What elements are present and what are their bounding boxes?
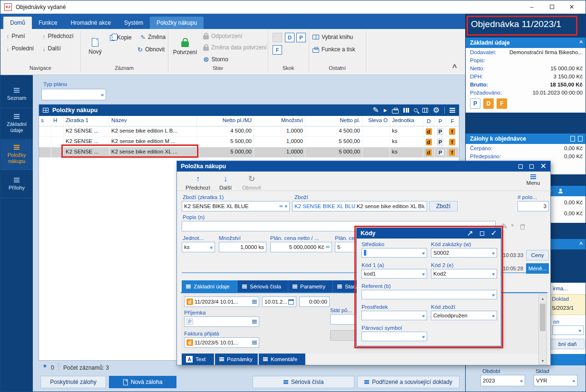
col-netto[interactable]: Netto pl.: [305, 116, 362, 126]
kody-titlebar[interactable]: Kódy: [357, 228, 501, 239]
faktura-field[interactable]: d 11/2023/5 10.01...: [184, 337, 259, 348]
jump-d-button[interactable]: D: [285, 33, 294, 42]
close-icon[interactable]: [540, 163, 547, 170]
tab-seriova-cisla[interactable]: Sériová čísla: [238, 280, 288, 292]
jednotka-combo[interactable]: ks: [182, 242, 215, 252]
tab-text[interactable]: AText: [182, 354, 214, 365]
table-row[interactable]: K2 SENSE ... K2 sense bike edition M ...…: [39, 137, 459, 147]
chart-icon[interactable]: [403, 108, 409, 113]
serial-numbers-button[interactable]: Sériová čísla: [253, 376, 354, 388]
run-icon[interactable]: [384, 108, 387, 113]
objednavka-field[interactable]: d 11/2023/4 10.01...: [184, 296, 259, 307]
maximize-icon[interactable]: [529, 164, 534, 169]
mnozstvi-field[interactable]: 1,0000 ks: [219, 242, 266, 252]
kod-zbozi-combo[interactable]: Celoodpružen: [431, 311, 497, 320]
next-button[interactable]: Další: [42, 45, 61, 52]
sidebar-item-polozky-nakupu[interactable]: Položky nákupu: [0, 140, 33, 170]
close-button[interactable]: [562, 0, 582, 13]
dialog-next-button[interactable]: Další: [215, 174, 236, 191]
col-p[interactable]: P: [435, 116, 446, 126]
scroll-up-button[interactable]: ▲: [539, 295, 547, 302]
popout-icon[interactable]: [467, 229, 473, 237]
table-row[interactable]: K2 SENSE ... K2 sense bike edition L B..…: [39, 126, 459, 137]
tab-poznamky[interactable]: Poznámky: [215, 354, 258, 365]
col-netto-mj[interactable]: Netto pl./MJ: [197, 116, 254, 126]
storno-button[interactable]: Storno: [203, 56, 228, 63]
col-h[interactable]: H: [51, 116, 64, 126]
tab-hromadne-akce[interactable]: Hromadné akce: [64, 17, 117, 29]
stredisko-combo[interactable]: [361, 248, 427, 258]
badge-p[interactable]: P: [470, 98, 480, 109]
col-zkratka[interactable]: Zkratka 1: [64, 116, 109, 126]
float-icon[interactable]: [518, 164, 523, 169]
functions-print-button[interactable]: Funkce a tisk: [313, 46, 355, 53]
window-titlebar[interactable]: K2 Objednávky vydané: [0, 0, 586, 14]
datum-field[interactable]: 10.01.2...: [262, 296, 296, 307]
zbozi-zkratka-field[interactable]: K2 SENSE BIKE XL BLUE: [182, 201, 290, 211]
col-d[interactable]: D: [423, 116, 435, 126]
jump-f-button[interactable]: F: [273, 45, 282, 55]
collapse-section-icon[interactable]: [579, 40, 583, 46]
calendar-icon[interactable]: [288, 299, 294, 305]
panel-combo-fragment[interactable]: [552, 325, 584, 335]
doc-icon[interactable]: [578, 136, 583, 142]
dialog-menu-button[interactable]: Menu: [521, 174, 545, 186]
zbozi-button[interactable]: Zboží: [429, 201, 458, 211]
polo-field[interactable]: 3: [518, 201, 549, 211]
previous-button[interactable]: Předchozí: [42, 33, 74, 39]
dropdown-icon[interactable]: [284, 204, 287, 209]
sidebar-item-seznam[interactable]: Seznam: [0, 81, 33, 108]
field-menu-icon[interactable]: [252, 320, 257, 324]
grid-menu-icon[interactable]: [449, 108, 455, 113]
tab-system[interactable]: Systém: [117, 17, 150, 29]
tab-komentare[interactable]: Komentáře: [259, 354, 305, 365]
doc-icon[interactable]: [570, 136, 575, 142]
prostredek-combo[interactable]: [361, 311, 427, 320]
badge-f[interactable]: F: [497, 98, 507, 109]
dock-icon[interactable]: [480, 231, 484, 236]
new-advance-button[interactable]: Nová záloha: [109, 376, 176, 388]
col-mnozstvi[interactable]: Množství: [254, 116, 305, 126]
dialog-previous-button[interactable]: Předchozí: [184, 174, 212, 191]
kod2-combo[interactable]: Kod2: [431, 269, 497, 278]
col-f[interactable]: F: [446, 116, 459, 126]
badge-d[interactable]: D: [483, 98, 494, 109]
tab-domu[interactable]: Domů: [3, 17, 32, 29]
tab-funkce[interactable]: Funkce: [32, 17, 64, 29]
sidebar-item-prilohy[interactable]: Přílohy: [0, 171, 33, 198]
edit-icon[interactable]: [372, 106, 379, 114]
print-icon[interactable]: [392, 109, 399, 114]
refresh-button[interactable]: Obnovit: [137, 46, 165, 53]
minimize-button[interactable]: [522, 0, 542, 13]
col-sleva[interactable]: Sleva O: [362, 116, 390, 126]
kod-zakazky-combo[interactable]: S0002: [431, 248, 497, 258]
col-s[interactable]: s: [39, 116, 51, 126]
related-documents-button[interactable]: Podřízené a související doklady: [357, 376, 459, 388]
field-menu-icon[interactable]: [252, 341, 257, 344]
sidebar-item-zakladni-udaje[interactable]: Základní údaje: [0, 109, 33, 139]
dialog-scrollbar[interactable]: ▲ ▼: [538, 295, 547, 365]
linked-document-card[interactable]: Doklad S/2023/1: [548, 294, 586, 315]
kod1-combo[interactable]: kod1: [361, 269, 427, 278]
columns-icon[interactable]: [422, 108, 428, 113]
copy-button[interactable]: Kopie: [110, 34, 132, 41]
zbozi-field[interactable]: K2 SENSE BIKE XL BLUE K2 sense bike edit…: [292, 201, 427, 211]
section-header-zakladni-udaje[interactable]: Základní údaje: [466, 38, 586, 48]
doklad-value[interactable]: S/2023/1: [552, 305, 574, 311]
collapse-ribbon-button[interactable]: [452, 63, 457, 72]
table-row-selected[interactable]: K2 SENSE ... K2 sense bike edition XL ..…: [39, 147, 459, 158]
dialog-titlebar[interactable]: Položka nákupu: [177, 161, 550, 172]
col-jednotka[interactable]: Jednotka: [390, 116, 423, 126]
new-button[interactable]: Nový: [84, 31, 106, 62]
tab-parametry[interactable]: Parametry: [288, 280, 333, 292]
maximize-button[interactable]: [542, 0, 562, 13]
select-book-button[interactable]: Vybrat knihu: [313, 34, 353, 40]
mene-button[interactable]: Méně...: [526, 263, 549, 274]
confirm-button[interactable]: Potvrzení: [171, 31, 199, 62]
obdobi-combo[interactable]: 2023: [480, 375, 525, 386]
link-icon[interactable]: [279, 204, 283, 209]
first-button[interactable]: První: [6, 33, 25, 39]
plan-cena-field[interactable]: 5 000,0000 Kč: [270, 242, 332, 252]
sklad-combo[interactable]: VYR: [534, 375, 577, 386]
typ-planu-combo[interactable]: [41, 89, 106, 100]
